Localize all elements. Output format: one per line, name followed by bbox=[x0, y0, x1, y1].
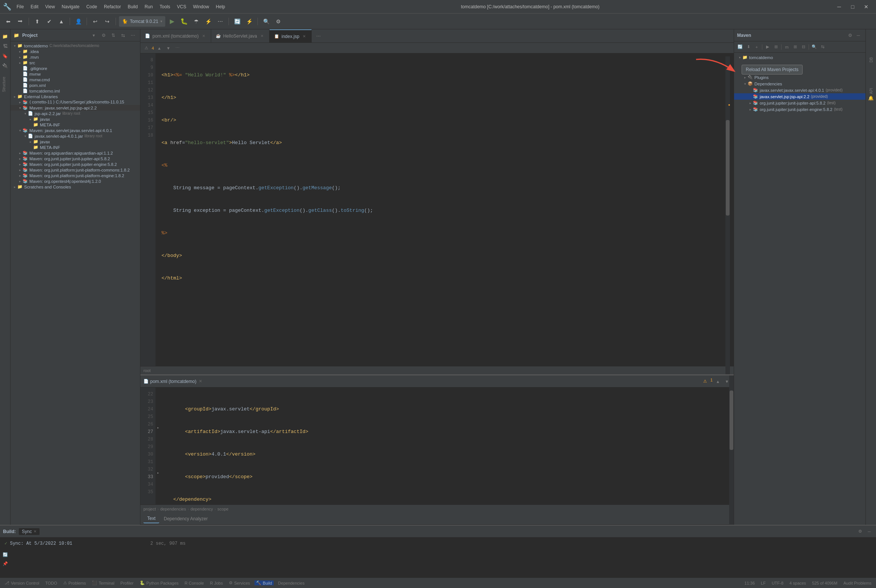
tree-item-scratches[interactable]: ▸ 📁 Scratches and Consoles bbox=[11, 184, 140, 190]
redo-button[interactable]: ↪ bbox=[102, 16, 113, 27]
maven-download-btn[interactable]: ⬇ bbox=[745, 43, 752, 51]
status-time[interactable]: 11:36 bbox=[743, 581, 757, 585]
tree-item-external-libs[interactable]: ▸ 📁 External Libraries bbox=[11, 94, 140, 99]
debug-button[interactable]: 🐛 bbox=[179, 16, 189, 27]
tree-item-junit-platform-engine[interactable]: ▸ 📚 Maven: org.junit.platform:junit-plat… bbox=[11, 173, 140, 178]
top-code-content[interactable]: <h1><%= "Hello World!" %></h1> </h1> <br… bbox=[155, 53, 734, 366]
maven-add-btn[interactable]: + bbox=[753, 43, 760, 51]
tree-item-apiguardian[interactable]: ▸ 📚 Maven: org.apiguardian:apiguardian-a… bbox=[11, 150, 140, 156]
build-sync-btn[interactable]: 🔄 bbox=[2, 551, 9, 558]
maven-lifecycle-btn[interactable]: m bbox=[783, 43, 791, 51]
database-icon[interactable]: DB bbox=[867, 32, 875, 62]
project-dropdown-icon[interactable]: ▾ bbox=[93, 33, 95, 38]
bottom-tab-dependency-analyzer[interactable]: Dependency Analyzer bbox=[160, 515, 212, 523]
maven-item-junit-jupiter-engine[interactable]: ▸ 📚 org.junit.jupiter:junit-jupiter-engi… bbox=[734, 106, 865, 112]
menu-file[interactable]: File bbox=[14, 3, 27, 11]
structure-view-icon[interactable]: 🏗 bbox=[1, 42, 9, 50]
fold-icon-26[interactable]: ▸ bbox=[155, 425, 161, 430]
user-button[interactable]: 👤 bbox=[73, 16, 84, 27]
status-problems[interactable]: ⚠ Problems bbox=[62, 580, 87, 585]
sync-scroll-btn[interactable]: ⚠ bbox=[143, 44, 150, 52]
settings-button[interactable]: ⚙ bbox=[273, 16, 283, 27]
open-pmi-icon[interactable]: 🔌 bbox=[1, 62, 9, 70]
menu-vcs[interactable]: VCS bbox=[174, 3, 189, 11]
tree-item-servlet-jar[interactable]: ▾ 📄 javax.servlet-api-4.0.1.jar library … bbox=[11, 133, 140, 139]
maven-item-dependencies[interactable]: ▾ 📦 Dependencies bbox=[734, 81, 865, 87]
run-configuration[interactable]: 🐈 Tomcat 9.0.21 ▾ bbox=[119, 16, 165, 27]
tree-item-mvn[interactable]: ▸ 📁 .mvn bbox=[11, 54, 140, 60]
menu-code[interactable]: Code bbox=[83, 3, 100, 11]
tree-item-mvnw[interactable]: 📄 mvnw bbox=[11, 71, 140, 77]
status-terminal[interactable]: ⬛ Terminal bbox=[90, 580, 116, 585]
tab-helloservlet[interactable]: ☕ HelloServlet.java ✕ bbox=[211, 29, 270, 43]
tree-item-src[interactable]: ▸ 📁 src bbox=[11, 60, 140, 65]
vcs-update-button[interactable]: ⬆ bbox=[32, 16, 43, 27]
maven-item-jsp-api[interactable]: 📚 javax.servlet.jsp:jsp-api:2.2 (provide… bbox=[734, 93, 865, 100]
tree-item-corretto[interactable]: ▸ 📚 ⟨ corretto-11 ⟩ C:/Users/Serge/.jdks… bbox=[11, 99, 140, 105]
coverage-button[interactable]: ☂ bbox=[191, 16, 201, 27]
notifications-icon[interactable]: 🔔 bbox=[868, 96, 874, 101]
tree-item-tomcatdemo[interactable]: ▾ 📁 tomcatdemo C:/work/attaches/tomcatde… bbox=[11, 43, 140, 49]
maven-item-servlet-api[interactable]: 📚 javax.servlet:javax.servlet-api:4.0.1 … bbox=[734, 87, 865, 93]
structure-sidebar[interactable]: Structure bbox=[0, 75, 7, 94]
project-settings-btn[interactable]: ⚙ bbox=[99, 31, 108, 40]
top-code-area[interactable]: 8 9 10 11 12 13 14 15 16 17 18 <h1><%= "… bbox=[140, 53, 734, 366]
status-version-control[interactable]: ⎇ Version Control bbox=[3, 580, 41, 585]
forward-button[interactable]: ⮕ bbox=[15, 16, 26, 27]
tab-close-helloservlet[interactable]: ✕ bbox=[259, 33, 265, 39]
status-todo[interactable]: TODO bbox=[44, 581, 59, 585]
tree-item-javax-2[interactable]: ▸ 📁 javax bbox=[11, 139, 140, 144]
profile-button[interactable]: ⚡ bbox=[203, 16, 213, 27]
status-audit[interactable]: Audit Problems bbox=[842, 581, 873, 585]
vcs-commit-button[interactable]: ✔ bbox=[44, 16, 55, 27]
maven-plugins-btn[interactable]: ⊞ bbox=[791, 43, 799, 51]
fold-icon-32[interactable]: ▸ bbox=[155, 470, 161, 476]
menu-navigate[interactable]: Navigate bbox=[59, 3, 82, 11]
run-button[interactable]: ▶ bbox=[167, 16, 177, 27]
tab-close-pomxml[interactable]: ✕ bbox=[201, 33, 206, 39]
project-view-icon[interactable]: 📁 bbox=[1, 32, 9, 41]
status-services[interactable]: ⚙ Services bbox=[227, 580, 251, 585]
undo-button[interactable]: ↩ bbox=[90, 16, 101, 27]
tab-pomxml[interactable]: 📄 pom.xml (tomcatdemo) ✕ bbox=[140, 29, 211, 43]
build-settings-btn[interactable]: ⚙ bbox=[856, 528, 864, 535]
bottom-scrollbar[interactable] bbox=[729, 375, 734, 525]
tree-item-javax-1[interactable]: ▸ 📁 javax bbox=[11, 116, 140, 122]
build-pin-btn[interactable]: 📌 bbox=[2, 560, 9, 567]
tree-item-opentest4j[interactable]: ▸ 📚 Maven: org.opentest4j:opentest4j:1.2… bbox=[11, 178, 140, 184]
expand-errors-btn[interactable]: ⋯ bbox=[174, 44, 181, 52]
maximize-button[interactable]: □ bbox=[846, 0, 859, 14]
maven-collapse-btn[interactable]: ⇆ bbox=[819, 43, 826, 51]
status-line-sep[interactable]: LF bbox=[759, 581, 767, 585]
menu-run[interactable]: Run bbox=[142, 3, 156, 11]
menu-tools[interactable]: Tools bbox=[157, 3, 173, 11]
tree-item-meta-inf-2[interactable]: 📁 META-INF bbox=[11, 144, 140, 150]
tab-indexjsp[interactable]: 📋 index.jsp ✕ bbox=[270, 29, 312, 43]
menu-window[interactable]: Window bbox=[190, 3, 212, 11]
status-indent[interactable]: 4 spaces bbox=[788, 581, 807, 585]
status-build-tab[interactable]: 🔨 Build bbox=[254, 580, 273, 585]
project-more-btn[interactable]: ⋯ bbox=[129, 31, 137, 40]
bottom-tab-close[interactable]: ✕ bbox=[199, 379, 202, 384]
tree-item-junit-platform-commons[interactable]: ▸ 📚 Maven: org.junit.platform:junit-plat… bbox=[11, 167, 140, 173]
menu-edit[interactable]: Edit bbox=[27, 3, 41, 11]
tree-item-iml[interactable]: 📄 tomcatdemo.iml bbox=[11, 88, 140, 94]
power-save-button[interactable]: ⚡ bbox=[244, 16, 254, 27]
status-r-console[interactable]: R Console bbox=[183, 581, 205, 585]
project-expand-btn[interactable]: ⇅ bbox=[109, 31, 117, 40]
status-python-packages[interactable]: 🐍 Python Packages bbox=[138, 580, 180, 585]
maven-minimize-btn[interactable]: ─ bbox=[854, 31, 862, 40]
bottom-tab-text[interactable]: Text bbox=[143, 514, 159, 523]
tree-item-pomxml[interactable]: 📄 pom.xml bbox=[11, 82, 140, 88]
bottom-prev-err[interactable]: ▲ bbox=[714, 378, 722, 385]
vcs-push-button[interactable]: ▲ bbox=[56, 16, 67, 27]
maven-deps-btn[interactable]: ⊟ bbox=[800, 43, 807, 51]
top-scrollbar[interactable] bbox=[725, 56, 730, 374]
maven-item-plugins[interactable]: ▸ 🔌 Plugins bbox=[734, 74, 865, 81]
bottom-code-content[interactable]: <groupId>javax.servlet</groupId> <artifa… bbox=[155, 387, 734, 504]
tree-item-idea[interactable]: ▸ 📁 .idea bbox=[11, 49, 140, 54]
bottom-code-area[interactable]: 22 23 24 25 26 27 28 29 30 31 32 33 34 3… bbox=[140, 387, 734, 504]
maven-item-junit-jupiter-api[interactable]: ▸ 📚 org.junit.jupiter:junit-jupiter-api:… bbox=[734, 100, 865, 106]
tree-item-mvnwcmd[interactable]: 📄 mvnw.cmd bbox=[11, 77, 140, 82]
menu-refactor[interactable]: Refactor bbox=[101, 3, 124, 11]
